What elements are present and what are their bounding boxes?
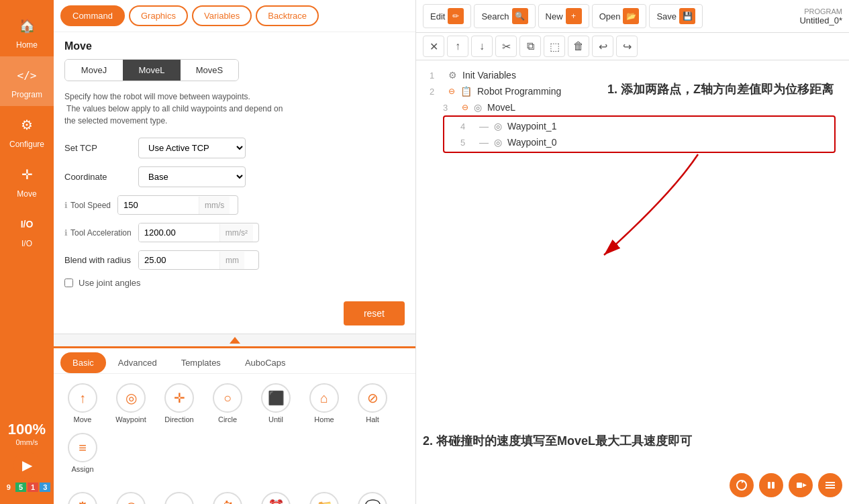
bottom-panel: Basic Advanced Templates AuboCaps ↑ Move… [54,346,415,504]
blend-input-wrap: mm [138,250,259,270]
icon-comment[interactable]: 💬 Comment [349,488,396,504]
code-line-3: 3 ⊖ ◎ MoveL [443,99,836,115]
info-icon-accel: ℹ [64,228,68,238]
icon-home[interactable]: ⌂ Home [301,379,348,427]
br-btn-1[interactable] [730,473,754,497]
icon-circle[interactable]: ○ Circle [204,379,251,427]
up-button[interactable]: ↑ [447,36,468,57]
tool-speed-input[interactable] [118,196,199,214]
sidebar: 🏠 Home </> Program ⚙ Configure ✛ Move I/… [0,0,54,504]
sidebar-item-program[interactable]: </> Program [0,56,54,106]
delete-button[interactable]: 🗑 [568,36,589,57]
dash-4: — [479,121,489,132]
blend-input[interactable] [139,251,219,269]
waypoint1-text: Waypoint_1 [507,121,556,132]
tool-accel-row: ℹ Tool Acceleration mm/s² [64,223,405,242]
timer-circle-icon: ⏰ [261,492,291,504]
waypoint1-icon: ◎ [494,121,502,132]
code-line-5: 5 — ◎ Waypoint_0 [460,134,832,150]
sidebar-item-configure[interactable]: ⚙ Configure [0,106,54,156]
tab-variables[interactable]: Variables [192,5,252,26]
copy-button[interactable]: ⧉ [519,36,541,57]
indicator-5: 5 [15,483,26,492]
move-type-movel[interactable]: MoveL [123,60,181,81]
move-icon: ✛ [15,162,39,187]
indicator-9: 9 [3,483,14,492]
icon-set[interactable]: ⚙ Set [59,488,106,504]
icon-waypoint[interactable]: ◎ Waypoint [107,379,154,427]
cut-button[interactable]: ✂ [495,36,517,57]
icon-move[interactable]: ↑ Move [59,379,106,427]
close-button[interactable]: ✕ [423,36,444,57]
icon-wait[interactable]: ⏱ Wait [204,488,251,504]
tab-basic[interactable]: Basic [60,352,106,373]
tab-advanced[interactable]: Advanced [106,352,169,373]
search-button[interactable]: Search 🔍 [474,4,535,28]
tab-graphics[interactable]: Graphics [129,5,188,26]
paste-button[interactable]: ⬚ [544,36,565,57]
mm-display: 0mm/s [0,438,54,446]
indicator-1: 1 [28,483,38,492]
icon-assign[interactable]: ≡ Assign [59,429,106,477]
use-joint-row: Use joint angles [64,278,405,288]
line-num-5: 5 [460,138,474,148]
tab-backtrace[interactable]: Backtrace [256,5,319,26]
svg-marker-5 [803,483,807,487]
set-circle-icon: ⚙ [68,492,97,504]
icon-halt[interactable]: ⊘ Halt [349,379,396,427]
bottom-tabs: Basic Advanced Templates AuboCaps [54,348,415,374]
br-btn-4[interactable] [818,473,842,497]
movel-icon: ◎ [474,102,482,113]
new-button[interactable]: New + [538,4,589,28]
bottom-right-buttons [730,473,842,497]
set-tcp-label: Set TCP [64,143,132,153]
movel-text: MoveL [487,102,515,113]
search-icon: 🔍 [512,8,528,24]
open-label: Open [599,11,621,21]
move-type-movej[interactable]: MoveJ [65,60,123,81]
edit-label: Edit [430,11,445,21]
blend-label: Blend with radius [64,255,132,265]
down-button[interactable]: ↓ [471,36,493,57]
home-circle-icon: ⌂ [309,383,339,413]
collapse-icon-2: ⊖ [448,87,455,96]
svg-rect-8 [826,487,835,489]
io-icon: I/O [15,212,39,236]
until-circle-icon: ⬛ [261,383,291,413]
icon-payload[interactable]: ◎ Payload [107,488,154,504]
reset-button[interactable]: reset [344,301,405,325]
br-btn-2[interactable] [759,473,783,497]
icon-until[interactable]: ⬛ Until [252,379,299,427]
main-toolbar: Edit ✏ Search 🔍 New + Open 📂 Save 💾 PROG… [416,0,849,33]
sidebar-item-move[interactable]: ✛ Move [0,156,54,205]
code-line-4: 4 — ◎ Waypoint_1 [460,118,832,134]
sidebar-item-home[interactable]: 🏠 Home [0,7,54,56]
use-joint-checkbox[interactable] [64,279,73,287]
icon-timer[interactable]: ⏰ Timer [252,488,299,504]
move-title: Move [64,40,405,52]
save-button[interactable]: Save 💾 [649,4,703,28]
icon-popup[interactable]: ▭ Popup [156,488,203,504]
tab-templates[interactable]: Templates [169,352,233,373]
sidebar-item-io[interactable]: I/O I/O [0,205,54,255]
open-button[interactable]: Open 📂 [592,4,647,28]
tab-aubocaps[interactable]: AuboCaps [233,352,298,373]
edit-button[interactable]: Edit ✏ [423,4,471,28]
play-button[interactable]: ▶ [13,452,40,478]
redo-button[interactable]: ↪ [616,36,638,57]
speed-display: 100% [0,421,54,438]
br-btn-3[interactable] [789,473,813,497]
icon-folder[interactable]: 📁 Folder [301,488,348,504]
set-tcp-select[interactable]: Use Active TCP [138,138,246,158]
edit-icon: ✏ [448,8,464,24]
tool-speed-unit: mm/s [199,197,230,214]
icon-direction[interactable]: ✛ Direction [156,379,203,427]
new-label: New [546,11,563,21]
collapse-arrow[interactable] [230,337,240,344]
move-type-moves[interactable]: MoveS [181,60,238,81]
annotation-text-2: 2. 将碰撞时的速度填写至MoveL最大工具速度即可 [423,432,839,450]
coordinate-select[interactable]: Base [138,166,246,187]
tool-accel-input[interactable] [139,223,219,242]
tab-command[interactable]: Command [60,5,125,26]
undo-button[interactable]: ↩ [592,36,613,57]
